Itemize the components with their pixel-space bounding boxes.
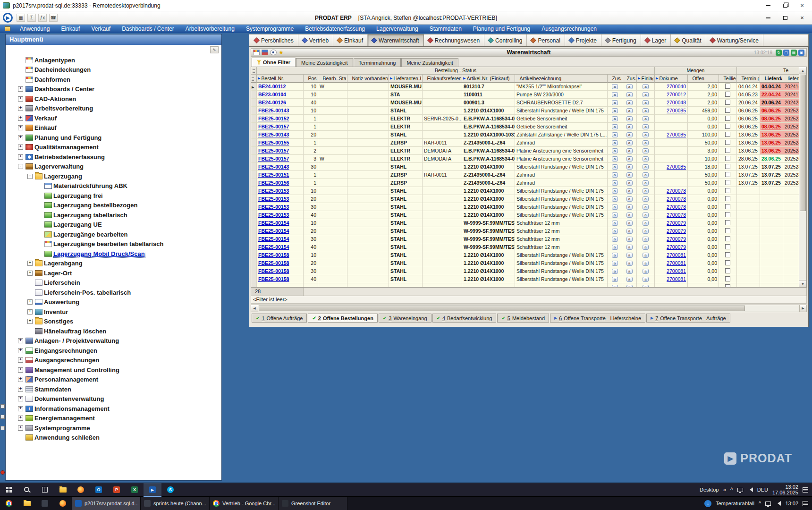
tree-item[interactable]: - Lagerverwaltung xyxy=(6,162,221,172)
tree-expander[interactable]: + xyxy=(18,96,23,102)
text-note-icon[interactable] xyxy=(626,253,633,258)
partial-delivery-checkbox[interactable] xyxy=(725,180,730,185)
document-link[interactable]: 2700085 xyxy=(667,164,686,170)
partial-delivery-checkbox[interactable] xyxy=(725,284,730,287)
document-link[interactable]: 2700012 xyxy=(667,92,686,97)
text-note-icon[interactable] xyxy=(612,140,618,145)
toolbar-chevron-icon[interactable]: » xyxy=(723,486,726,493)
tree-expander[interactable]: + xyxy=(18,416,23,421)
partial-delivery-checkbox[interactable] xyxy=(725,268,730,273)
table-row[interactable]: FBE25-00157 2 ELEKTR DEMODATA E.B.PKW.A-… xyxy=(251,147,799,155)
column-header[interactable]: Dokume xyxy=(655,75,688,83)
document-link[interactable]: 2700079 xyxy=(667,228,686,234)
tree-expander[interactable]: + xyxy=(18,377,23,382)
docked-panel-icon[interactable] xyxy=(0,426,5,430)
text-note-icon[interactable] xyxy=(626,116,633,121)
table-row[interactable]: FBE25-00154 30 STAHL W-9999-SF.99MM/TEST… xyxy=(251,235,799,243)
text-note-icon[interactable] xyxy=(626,212,633,218)
module-tab[interactable]: Fertigung xyxy=(601,34,641,46)
text-note-icon[interactable] xyxy=(643,212,649,218)
tree-item[interactable]: + Lager-Ort xyxy=(6,268,221,278)
weather-label[interactable]: Temperaturabfall xyxy=(716,501,754,506)
table-row[interactable]: FBE25-00157 1 ELEKTR E.B.PKW.A-1168534-0… xyxy=(251,123,799,131)
partial-delivery-checkbox[interactable] xyxy=(725,124,730,129)
text-note-icon[interactable] xyxy=(643,196,649,202)
document-link[interactable]: 2700079 xyxy=(667,220,686,226)
table-row[interactable]: FBE25-00153 40 STAHL 1.2210 Ø14X1000 Sil… xyxy=(251,211,799,219)
tree-item[interactable]: + Informationsmanagement xyxy=(6,404,221,414)
scroll-left-icon[interactable]: ◀ xyxy=(251,305,258,312)
order-number-link[interactable]: BE24-00126 xyxy=(258,100,286,105)
text-note-icon[interactable] xyxy=(643,108,649,113)
order-number-link[interactable]: FBE25-00153 xyxy=(258,188,289,194)
partial-delivery-checkbox[interactable] xyxy=(725,212,730,217)
maximize-panel-icon[interactable]: ▣ xyxy=(798,50,804,56)
text-note-icon[interactable] xyxy=(626,269,633,274)
order-number-link[interactable]: FBE25-00143 xyxy=(258,132,289,137)
rdp-restore-button[interactable] xyxy=(780,1,790,10)
tree-item[interactable]: Lagerzugänge bearbeiten xyxy=(6,230,221,239)
taskbar-task-button[interactable]: Vertrieb - Google Chr... xyxy=(210,497,279,510)
text-note-icon[interactable] xyxy=(612,180,618,186)
order-number-link[interactable]: FBE25-00158 xyxy=(258,276,289,282)
volume-icon[interactable] xyxy=(747,487,753,492)
tree-item[interactable]: Dacheindeckungen xyxy=(6,65,221,75)
text-note-icon[interactable] xyxy=(612,269,618,274)
tree-expander[interactable]: + xyxy=(18,125,23,130)
order-number-link[interactable]: FBE25-00157 xyxy=(258,156,289,162)
tree-expander[interactable]: + xyxy=(18,348,23,353)
tree-expander[interactable]: + xyxy=(18,357,23,363)
tree-expander[interactable]: + xyxy=(18,338,23,343)
text-note-icon[interactable] xyxy=(626,237,633,242)
text-note-icon[interactable] xyxy=(643,221,649,226)
text-note-icon[interactable] xyxy=(626,164,633,170)
text-note-icon[interactable] xyxy=(626,140,633,145)
tree-item[interactable]: + Management und Controlling xyxy=(6,365,221,375)
column-header[interactable]: Einlage xyxy=(637,75,655,83)
horizontal-scrollbar[interactable]: ◀ ▶ xyxy=(251,305,807,312)
text-note-icon[interactable] xyxy=(643,140,649,145)
text-note-icon[interactable] xyxy=(626,132,633,137)
document-link[interactable]: 2700085 xyxy=(667,108,686,113)
partial-delivery-checkbox[interactable] xyxy=(725,172,730,177)
text-note-icon[interactable] xyxy=(612,285,618,287)
outlook-icon[interactable] xyxy=(90,483,108,497)
tree-expander[interactable]: + xyxy=(18,425,23,431)
document-link[interactable]: 2700081 xyxy=(667,260,686,266)
text-note-icon[interactable] xyxy=(612,100,618,105)
text-note-icon[interactable] xyxy=(626,221,633,226)
tree-expander[interactable]: + xyxy=(18,86,23,92)
task-view-icon[interactable] xyxy=(36,483,54,497)
tree-expander[interactable]: + xyxy=(27,299,33,305)
tree-item[interactable]: + Ausgangsrechnungen xyxy=(6,356,221,366)
partial-delivery-checkbox[interactable] xyxy=(725,236,730,241)
rdp-minimize-button[interactable] xyxy=(763,1,773,10)
clock[interactable]: 13:02 xyxy=(785,501,798,506)
tree-item[interactable]: Lagerzugänge bearbeiten tabellarisch xyxy=(6,239,221,249)
tree-item[interactable]: + Planung und Fertigung xyxy=(6,133,221,143)
module-tab[interactable]: Warenwirtschaft xyxy=(368,34,424,46)
partial-delivery-checkbox[interactable] xyxy=(725,196,730,201)
document-link[interactable]: 2700078 xyxy=(667,204,686,210)
column-filter-icon[interactable] xyxy=(463,76,465,81)
column-header[interactable]: Artikel-Nr. (Einkauf) xyxy=(462,75,515,83)
app-icon[interactable] xyxy=(36,497,54,510)
column-header[interactable]: Zusatzte xyxy=(622,75,637,83)
text-note-icon[interactable] xyxy=(612,253,618,258)
text-note-icon[interactable] xyxy=(612,212,618,218)
table-row[interactable]: FBE25-00153 30 STAHL 1.2210 Ø14X1000 Sil… xyxy=(251,203,799,211)
order-number-link[interactable]: FBE25-00143 xyxy=(258,108,289,113)
tree-expander[interactable]: + xyxy=(18,116,23,121)
docked-panel-icon[interactable] xyxy=(0,404,5,408)
text-note-icon[interactable] xyxy=(612,261,618,266)
tree-item[interactable]: Dachformen xyxy=(6,75,221,85)
document-link[interactable]: 2700079 xyxy=(667,236,686,242)
text-note-icon[interactable] xyxy=(643,116,649,121)
sum-icon[interactable]: Σ xyxy=(27,14,36,22)
order-number-link[interactable]: FBE25-00153 xyxy=(258,196,289,202)
text-note-icon[interactable] xyxy=(626,229,633,234)
text-note-icon[interactable] xyxy=(643,245,649,250)
view-tab[interactable]: 7 Offene Transporte - Aufträge xyxy=(646,314,730,323)
tree-expander[interactable]: + xyxy=(18,367,23,373)
order-number-link[interactable]: FBE25-00154 xyxy=(258,220,289,226)
